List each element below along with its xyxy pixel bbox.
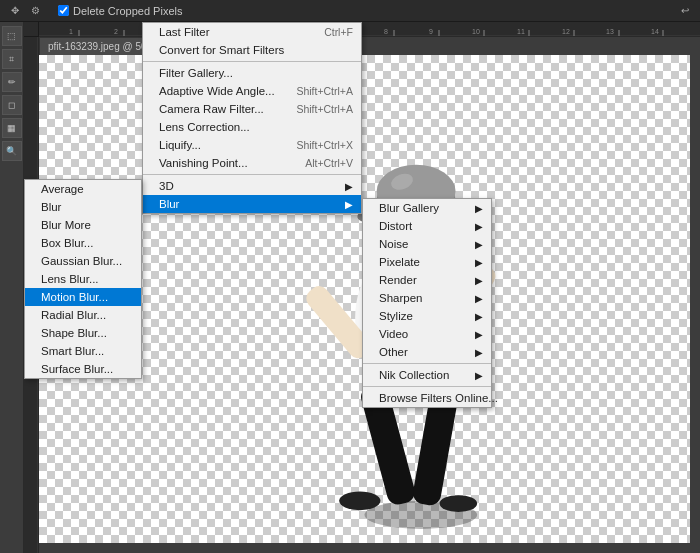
video-arrow: ▶ <box>475 329 483 340</box>
filter-liquify-label: Liquify... <box>159 139 201 151</box>
settings-icon[interactable]: ⚙ <box>28 4 42 18</box>
eraser-tool[interactable]: ◻ <box>2 95 22 115</box>
selection-tool[interactable]: ⬚ <box>2 26 22 46</box>
smart-blur-item[interactable]: Smart Blur... <box>25 342 141 360</box>
menu-divider-4 <box>363 386 491 387</box>
sub-sharpen-item[interactable]: Sharpen ▶ <box>363 289 491 307</box>
sub-noise-label: Noise <box>379 238 408 250</box>
blur-average-item[interactable]: Average <box>25 180 141 198</box>
svg-text:2: 2 <box>114 28 118 35</box>
filter-lens-label: Lens Correction... <box>159 121 250 133</box>
noise-arrow: ▶ <box>475 239 483 250</box>
sub-pixelate-label: Pixelate <box>379 256 420 268</box>
zoom-tool[interactable]: 🔍 <box>2 141 22 161</box>
sub-render-item[interactable]: Render ▶ <box>363 271 491 289</box>
sub-video-item[interactable]: Video ▶ <box>363 325 491 343</box>
sub-other-label: Other <box>379 346 408 358</box>
filter-convert-item[interactable]: Convert for Smart Filters <box>143 41 361 59</box>
nik-arrow: ▶ <box>475 370 483 381</box>
radial-blur-item[interactable]: Radial Blur... <box>25 306 141 324</box>
other-arrow: ▶ <box>475 347 483 358</box>
filter-blur-label: Blur <box>159 198 179 210</box>
sub-noise-item[interactable]: Noise ▶ <box>363 235 491 253</box>
delete-cropped-pixels-option[interactable]: Delete Cropped Pixels <box>58 5 182 17</box>
sub-sharpen-label: Sharpen <box>379 292 422 304</box>
filter-blur-item[interactable]: Blur ▶ <box>143 195 361 213</box>
sub-distort-label: Distort <box>379 220 412 232</box>
motion-blur-item[interactable]: Motion Blur... <box>25 288 141 306</box>
svg-text:9: 9 <box>429 28 433 35</box>
sub-stylize-item[interactable]: Stylize ▶ <box>363 307 491 325</box>
submenu-arrow-3d: ▶ <box>345 181 353 192</box>
sub-browse-item[interactable]: Browse Filters Online... <box>363 389 491 407</box>
smart-blur-label: Smart Blur... <box>41 345 104 357</box>
filter-3d-item[interactable]: 3D ▶ <box>143 177 361 195</box>
ruler-corner <box>24 22 39 37</box>
svg-text:10: 10 <box>472 28 480 35</box>
distort-arrow: ▶ <box>475 221 483 232</box>
filter-gallery-item[interactable]: Filter Gallery... <box>143 64 361 82</box>
lens-blur-item[interactable]: Lens Blur... <box>25 270 141 288</box>
menu-divider-3 <box>363 363 491 364</box>
filter-adaptive-label: Adaptive Wide Angle... <box>159 85 275 97</box>
sharpen-arrow: ▶ <box>475 293 483 304</box>
sub-distort-item[interactable]: Distort ▶ <box>363 217 491 235</box>
svg-text:13: 13 <box>606 28 614 35</box>
gradient-tool[interactable]: ▦ <box>2 118 22 138</box>
render-arrow: ▶ <box>475 275 483 286</box>
radial-blur-label: Radial Blur... <box>41 309 106 321</box>
filter-lens-item[interactable]: Lens Correction... <box>143 118 361 136</box>
sub-pixelate-item[interactable]: Pixelate ▶ <box>363 253 491 271</box>
svg-text:11: 11 <box>517 28 525 35</box>
stylize-arrow: ▶ <box>475 311 483 322</box>
surface-blur-item[interactable]: Surface Blur... <box>25 360 141 378</box>
move-tool-icon[interactable]: ✥ <box>8 4 22 18</box>
filter-gallery-label: Filter Gallery... <box>159 67 233 79</box>
filter-convert-label: Convert for Smart Filters <box>159 44 284 56</box>
surface-blur-label: Surface Blur... <box>41 363 113 375</box>
sub-blur-gallery-item[interactable]: Blur Gallery ▶ <box>363 199 491 217</box>
svg-rect-32 <box>411 391 458 507</box>
box-blur-item[interactable]: Box Blur... <box>25 234 141 252</box>
svg-point-34 <box>440 495 478 512</box>
blur-blur-item[interactable]: Blur <box>25 198 141 216</box>
filter-vanishing-label: Vanishing Point... <box>159 157 248 169</box>
left-toolbar: ⬚ ⌗ ✏ ◻ ▦ 🔍 <box>0 22 24 553</box>
lens-blur-label: Lens Blur... <box>41 273 99 285</box>
filter-vanishing-item[interactable]: Vanishing Point... Alt+Ctrl+V <box>143 154 361 172</box>
sub-other-item[interactable]: Other ▶ <box>363 343 491 361</box>
filter-adaptive-shortcut: Shift+Ctrl+A <box>296 85 353 97</box>
sub-render-label: Render <box>379 274 417 286</box>
undo-icon[interactable]: ↩ <box>678 4 692 18</box>
filter-adaptive-item[interactable]: Adaptive Wide Angle... Shift+Ctrl+A <box>143 82 361 100</box>
shape-blur-item[interactable]: Shape Blur... <box>25 324 141 342</box>
filter-last-shortcut: Ctrl+F <box>324 26 353 38</box>
ruler-top: 1 2 3 4 5 6 7 8 9 10 11 12 13 14 <box>39 22 700 37</box>
filter-camera-item[interactable]: Camera Raw Filter... Shift+Ctrl+A <box>143 100 361 118</box>
top-bar: ✥ ⚙ Delete Cropped Pixels ↩ <box>0 0 700 22</box>
filter-liquify-shortcut: Shift+Ctrl+X <box>296 139 353 151</box>
gaussian-blur-label: Gaussian Blur... <box>41 255 122 267</box>
gaussian-blur-item[interactable]: Gaussian Blur... <box>25 252 141 270</box>
filter-camera-label: Camera Raw Filter... <box>159 103 264 115</box>
filter-submenu: Last Filter Ctrl+F Convert for Smart Fil… <box>142 22 362 214</box>
blur-blur-label: Blur <box>41 201 61 213</box>
svg-text:1: 1 <box>69 28 73 35</box>
blur-more-item[interactable]: Blur More <box>25 216 141 234</box>
toolbar-icons: ✥ ⚙ <box>8 4 42 18</box>
sub-nik-item[interactable]: Nik Collection ▶ <box>363 366 491 384</box>
filter-liquify-item[interactable]: Liquify... Shift+Ctrl+X <box>143 136 361 154</box>
brush-tool[interactable]: ✏ <box>2 72 22 92</box>
sub-browse-label: Browse Filters Online... <box>379 392 498 404</box>
box-blur-label: Box Blur... <box>41 237 93 249</box>
sub-stylize-label: Stylize <box>379 310 413 322</box>
filter-vanishing-shortcut: Alt+Ctrl+V <box>305 157 353 169</box>
blur-average-label: Average <box>41 183 84 195</box>
filter-last-item[interactable]: Last Filter Ctrl+F <box>143 23 361 41</box>
sub-nik-label: Nik Collection <box>379 369 449 381</box>
filter-3d-label: 3D <box>159 180 174 192</box>
crop-tool[interactable]: ⌗ <box>2 49 22 69</box>
submenu-arrow-blur: ▶ <box>345 199 353 210</box>
sub-blur-gallery-label: Blur Gallery <box>379 202 439 214</box>
delete-cropped-pixels-checkbox[interactable] <box>58 5 69 16</box>
